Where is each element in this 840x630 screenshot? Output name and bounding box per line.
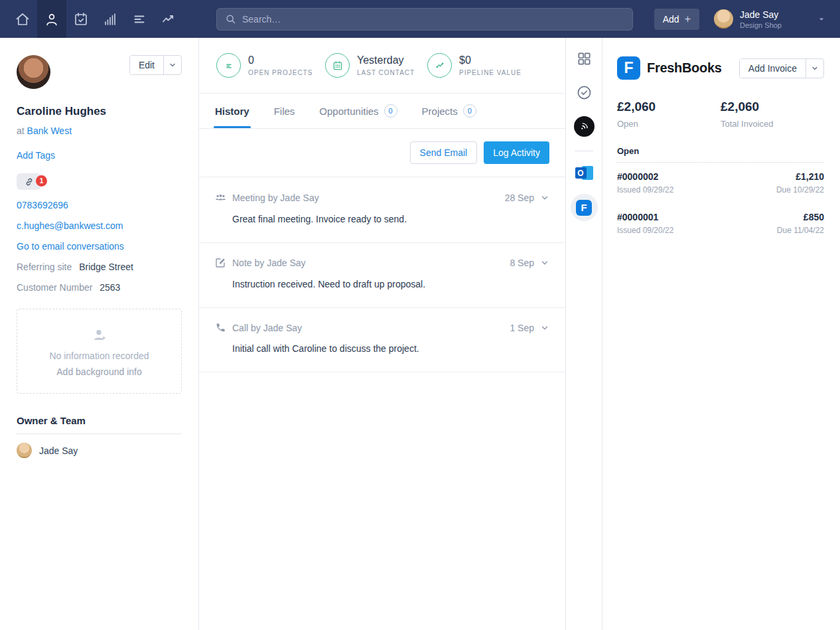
fb-stat-open: £2,060 Open [617,100,721,129]
company-prefix: at [17,125,25,136]
background-empty-text: No information recorded [25,351,173,361]
chevron-down-icon[interactable] [817,15,825,23]
bar-chart-icon[interactable] [96,0,125,38]
outlook-icon[interactable]: O [575,165,593,181]
fb-stat-value: £2,060 [721,100,824,114]
rail-divider [575,151,593,151]
open-invoices-heading: Open [617,146,824,163]
entry-date: 1 Sep [510,323,534,333]
field-value: 2563 [100,282,120,293]
entry-title: Note by Jade Say [232,258,306,268]
contact-avatar [17,55,50,89]
email-link[interactable]: c.hughes@bankwest.com [17,220,182,231]
note-icon [214,257,227,269]
owner-team-heading: Owner & Team [17,415,182,434]
invoice-amount: £1,210 [776,171,824,182]
add-invoice-chevron-down-icon[interactable] [805,59,823,78]
edit-chevron-down-icon[interactable] [163,56,181,74]
fb-stat-total: £2,060 Total Invoiced [721,100,824,129]
timeline-entry-call: Call by Jade Say 1 Sep Initial call with… [199,308,565,372]
main-content: 0 OPEN PROJECTS Yesterday LAST CONTACT $… [199,38,566,630]
entry-title: Call by Jade Say [232,323,302,333]
freshbooks-icon[interactable]: F [571,194,598,221]
tab-label: Opportunities [319,106,378,117]
owner-row[interactable]: Jade Say [17,443,182,458]
integrations-rail: O F [566,38,602,630]
broadcast-icon[interactable] [574,116,595,137]
search-bar [216,8,633,31]
email-conversations-link[interactable]: Go to email conversations [17,241,182,252]
plus-icon: + [685,16,691,23]
log-activity-button[interactable]: Log Activity [484,141,549,164]
field-customer-number: Customer Number 2563 [17,282,182,293]
add-invoice-split-button: Add Invoice [739,58,824,78]
add-invoice-button[interactable]: Add Invoice [740,59,805,78]
invoice-number: #0000002 [617,171,673,182]
entry-body: Great final meeting. Invoice ready to se… [232,214,549,224]
contact-sidebar: Edit Caroline Hughes at Bank West Add Ta… [0,38,199,630]
stat-pipeline-value: $0 PIPELINE VALUE [427,53,522,78]
lists-icon[interactable] [125,0,154,38]
timeline-entry-meeting: Meeting by Jade Say 28 Sep Great final m… [199,177,565,243]
contact-name: Caroline Hughes [17,105,182,118]
timeline-entry-note: Note by Jade Say 8 Sep Instruction recei… [199,243,565,308]
tab-files[interactable]: Files [274,94,295,128]
send-email-button[interactable]: Send Email [410,141,478,164]
add-button[interactable]: Add + [654,9,699,30]
entry-title: Meeting by Jade Say [232,193,319,203]
history-actions: Send Email Log Activity [199,129,565,177]
check-circle-icon[interactable] [576,84,593,101]
tab-opportunities[interactable]: Opportunities 0 [319,94,397,128]
tab-count-badge: 0 [463,104,476,118]
stat-value: 0 [248,54,313,66]
stat-last-contact: Yesterday LAST CONTACT [325,53,418,78]
stat-label: OPEN PROJECTS [248,69,313,76]
stat-value: Yesterday [357,54,415,66]
phone-link[interactable]: 0783692696 [17,200,182,210]
tab-projects[interactable]: Projects 0 [422,94,476,128]
stat-open-projects: 0 OPEN PROJECTS [216,53,316,78]
stat-label: LAST CONTACT [357,69,415,76]
invoice-amount: £850 [777,212,824,222]
owner-avatar [17,443,32,458]
calendar-icon [325,53,350,78]
top-navbar: Add + Jade Say Design Shop [0,0,840,38]
home-icon[interactable] [8,0,37,38]
invoice-row[interactable]: #0000001 Issued 09/20/22 £850 Due 11/04/… [617,203,824,244]
fb-stat-label: Open [617,119,721,129]
attachments-chip[interactable]: 1 [17,173,41,190]
chevron-down-icon[interactable] [540,258,549,268]
stat-value: $0 [459,54,522,66]
entry-body: Instruction received. Need to draft up p… [232,279,549,289]
meeting-icon [214,191,227,204]
company-link[interactable]: Bank West [27,125,72,136]
apps-grid-icon[interactable] [577,51,592,66]
invoice-issued: Issued 09/29/22 [617,185,673,195]
contacts-icon[interactable] [37,0,66,38]
add-tags-link[interactable]: Add Tags [17,150,182,161]
attachments-count-badge: 1 [36,175,47,187]
user-menu[interactable]: Jade Say Design Shop [714,9,825,29]
stats-bar: 0 OPEN PROJECTS Yesterday LAST CONTACT $… [199,38,565,94]
owner-name: Jade Say [39,445,78,456]
chevron-down-icon[interactable] [540,323,549,333]
invoice-due: Due 10/29/22 [776,185,824,195]
chevron-down-icon[interactable] [540,193,549,202]
edit-button[interactable]: Edit [130,56,163,74]
trend-icon[interactable] [154,0,183,38]
field-label: Customer Number [17,282,92,293]
invoice-issued: Issued 09/20/22 [617,226,673,235]
tab-history[interactable]: History [215,94,249,128]
tasks-calendar-icon[interactable] [66,0,96,38]
invoice-row[interactable]: #0000002 Issued 09/29/22 £1,210 Due 10/2… [617,163,824,203]
entry-body: Initial call with Caroline to discuss th… [232,343,549,354]
user-company: Design Shop [740,21,782,29]
link-icon [24,177,35,187]
user-name: Jade Say [740,9,782,20]
entry-date: 8 Sep [510,258,534,268]
tab-label: History [215,106,249,117]
search-input[interactable] [242,14,624,25]
add-background-link[interactable]: Add background info [25,366,173,377]
entry-date: 28 Sep [505,193,534,203]
field-label: Referring site [17,262,72,272]
